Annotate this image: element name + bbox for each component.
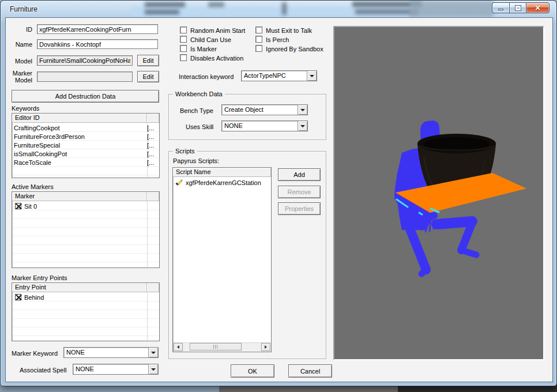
bench-type-label: Bench Type bbox=[180, 107, 213, 114]
active-markers-label: Active Markers bbox=[12, 183, 54, 190]
name-input[interactable] bbox=[37, 39, 158, 49]
chevron-down-icon[interactable] bbox=[148, 364, 158, 374]
active-marker-row[interactable]: Sit 0 bbox=[13, 202, 159, 210]
is-perch-label: Is Perch bbox=[266, 36, 289, 43]
horizontal-scrollbar[interactable] bbox=[174, 342, 270, 351]
marker-model-label: Marker Model bbox=[1, 70, 32, 84]
entry-points-label: Marker Entry Points bbox=[12, 274, 67, 281]
scripts-group-title: Scripts bbox=[173, 148, 197, 154]
interaction-keyword-label: Interaction keyword bbox=[179, 73, 234, 80]
active-markers-list[interactable]: Marker Sit 0 bbox=[12, 191, 160, 268]
properties-button[interactable]: Properties bbox=[278, 202, 321, 215]
chevron-down-icon[interactable] bbox=[298, 105, 307, 115]
entry-point-column-header[interactable]: Entry Point bbox=[12, 283, 147, 292]
cancel-button[interactable]: Cancel bbox=[288, 364, 332, 378]
keyword-row[interactable]: FurnitureForce3rdPerson[... bbox=[13, 132, 159, 141]
pencil-plus-icon bbox=[175, 179, 183, 186]
scrollbar-track[interactable] bbox=[183, 343, 261, 351]
workbench-data-title: Workbench Data bbox=[173, 91, 225, 97]
ok-button[interactable]: OK bbox=[231, 364, 274, 378]
x-checkbox-icon bbox=[15, 203, 21, 209]
associated-spell-label: Associated Spell bbox=[20, 367, 66, 374]
ignored-by-sandbox-checkbox[interactable] bbox=[255, 45, 262, 52]
marker-model-input[interactable] bbox=[37, 71, 133, 82]
scrollbar-thumb[interactable] bbox=[190, 343, 242, 350]
must-exit-to-talk-checkbox[interactable] bbox=[255, 27, 262, 33]
entry-point-row[interactable]: Behind bbox=[13, 293, 159, 301]
scroll-left-button[interactable] bbox=[174, 343, 183, 351]
scroll-right-button[interactable] bbox=[261, 343, 270, 351]
marker-column-header[interactable]: Marker bbox=[12, 192, 147, 201]
marker-keyword-select[interactable]: NONE bbox=[63, 347, 159, 358]
random-anim-start-label: Random Anim Start bbox=[190, 27, 245, 34]
uses-skill-label: Uses Skill bbox=[186, 123, 213, 130]
grip-icon bbox=[213, 345, 219, 349]
keywords-overflow-column-header[interactable] bbox=[147, 114, 159, 122]
keywords-label: Keywords bbox=[12, 105, 39, 112]
keyword-row[interactable]: isSmallCookingPot[... bbox=[13, 149, 159, 158]
id-label: ID bbox=[5, 26, 32, 33]
interaction-keyword-select[interactable]: ActorTypeNPC bbox=[241, 70, 317, 81]
chevron-down-icon[interactable] bbox=[298, 121, 307, 131]
x-checkbox-icon bbox=[15, 294, 21, 300]
keyword-row[interactable]: FurnitureSpecial[... bbox=[13, 141, 159, 149]
arrow-left-icon bbox=[175, 345, 179, 349]
is-marker-checkbox[interactable] bbox=[180, 45, 187, 52]
marker-model-edit-button[interactable]: Edit bbox=[137, 71, 159, 82]
column-divider bbox=[147, 202, 148, 267]
preview-3d-viewport[interactable] bbox=[333, 26, 544, 360]
ignored-by-sandbox-label: Ignored By Sandbox bbox=[266, 46, 323, 52]
child-can-use-checkbox[interactable] bbox=[180, 36, 187, 43]
associated-spell-select[interactable]: NONE bbox=[73, 364, 159, 375]
disables-activation-checkbox[interactable] bbox=[180, 54, 187, 61]
bench-type-select[interactable]: Create Object bbox=[221, 104, 308, 115]
script-name-column-header[interactable]: Script Name bbox=[173, 168, 271, 176]
uses-skill-select[interactable]: NONE bbox=[221, 120, 308, 131]
chevron-down-icon[interactable] bbox=[307, 71, 317, 81]
is-marker-label: Is Marker bbox=[190, 46, 217, 52]
child-can-use-label: Child Can Use bbox=[190, 36, 231, 43]
chevron-down-icon[interactable] bbox=[148, 348, 158, 357]
keywords-column-header[interactable]: Editor ID bbox=[12, 114, 147, 122]
keyword-row[interactable]: CraftingCookpot[... bbox=[13, 123, 159, 132]
add-destruction-data-button[interactable]: Add Destruction Data bbox=[12, 90, 159, 103]
preview-3d-scene bbox=[334, 27, 543, 359]
remove-script-button[interactable]: Remove bbox=[278, 186, 321, 198]
name-label: Name bbox=[5, 41, 32, 48]
workbench-data-group: Workbench Data bbox=[168, 94, 326, 140]
marker-overflow-column-header[interactable] bbox=[147, 192, 159, 201]
keyword-row[interactable]: RaceToScale[... bbox=[13, 158, 159, 167]
papyrus-scripts-label: Papyrus Scripts: bbox=[173, 157, 219, 164]
arrow-right-icon bbox=[265, 345, 269, 349]
model-edit-button[interactable]: Edit bbox=[137, 55, 159, 66]
entry-point-overflow-column-header[interactable] bbox=[147, 283, 159, 292]
model-label: Model bbox=[5, 58, 32, 65]
add-script-button[interactable]: Add bbox=[278, 168, 321, 181]
is-perch-checkbox[interactable] bbox=[255, 36, 262, 43]
keywords-list[interactable]: Editor ID CraftingCookpot[... FurnitureF… bbox=[12, 113, 160, 178]
must-exit-to-talk-label: Must Exit to Talk bbox=[266, 27, 312, 34]
model-input[interactable] bbox=[37, 55, 133, 66]
papyrus-scripts-list[interactable]: Script Name xgfPferdeKarrenGCStation bbox=[172, 167, 272, 352]
script-row[interactable]: xgfPferdeKarrenGCStation bbox=[174, 178, 270, 187]
marker-keyword-label: Marker Keyword bbox=[12, 350, 58, 357]
id-input[interactable] bbox=[37, 24, 158, 34]
entry-points-list[interactable]: Entry Point Behind bbox=[12, 282, 160, 341]
disables-activation-label: Disables Activation bbox=[190, 55, 243, 62]
random-anim-start-checkbox[interactable] bbox=[180, 27, 187, 33]
